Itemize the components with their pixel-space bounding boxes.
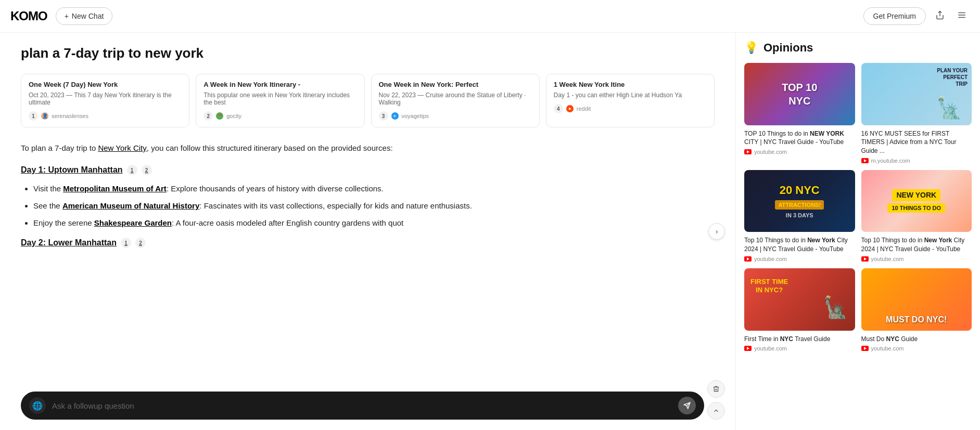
favicon-2: 📍 — [216, 112, 223, 120]
get-premium-button[interactable]: Get Premium — [863, 7, 926, 25]
video-title-4: Top 10 Things to do in New York City 202… — [861, 236, 972, 254]
video-source-6: youtube.com — [861, 345, 972, 351]
header-right: Get Premium — [863, 7, 970, 25]
bullet-shakespeare: Enjoy the serene Shakespeare Garden: A f… — [33, 217, 715, 230]
amnh-link[interactable]: American Museum of Natural History — [62, 201, 199, 210]
opinions-title: Opinions — [763, 41, 813, 55]
logo: KOMO — [10, 9, 47, 23]
thumb-text-3b: ATTRACTIONS! — [775, 200, 824, 210]
bottom-actions — [707, 380, 725, 420]
opinions-header: 💡 Opinions — [744, 41, 972, 55]
thumb-text-3c: IN 3 DAYS — [786, 212, 813, 219]
shakespeare-link[interactable]: Shakespeare Garden — [94, 218, 172, 227]
thumb-text-2: PLAN YOURPERFECTTRIP — [937, 67, 968, 87]
collapse-button[interactable] — [707, 402, 725, 420]
header: KOMO + New Chat Get Premium — [0, 0, 980, 33]
video-title-6: Must Do NYC Guide — [861, 335, 972, 344]
youtube-icon-1 — [744, 149, 752, 154]
day1-ref-2[interactable]: 2 — [142, 165, 152, 175]
bullet-met: Visit the Metropolitan Museum of Art: Ex… — [33, 183, 715, 196]
thumb-bg-6: MUST DO NYC! — [861, 268, 972, 331]
source-footer-3: 3 ✈ voyagetips — [379, 111, 532, 121]
video-source-2: m.youtube.com — [861, 158, 972, 164]
video-source-5: youtube.com — [744, 345, 855, 351]
video-title-1: TOP 10 Things to do in NEW YORK CITY | N… — [744, 129, 855, 147]
main-layout: plan a 7-day trip to new york One Week (… — [0, 33, 980, 430]
answer-intro: To plan a 7-day trip to New York City, y… — [21, 142, 715, 154]
source-excerpt-2: This popular one week in New York itiner… — [203, 92, 357, 106]
thumb-bg-2: PLAN YOURPERFECTTRIP 🗽 — [861, 63, 972, 125]
day1-bullets: Visit the Metropolitan Museum of Art: Ex… — [21, 183, 715, 229]
youtube-icon-2 — [861, 158, 869, 163]
video-source-4: youtube.com — [861, 256, 972, 262]
thumb-bg-3: 20 NYC ATTRACTIONS! IN 3 DAYS — [744, 170, 855, 232]
met-link[interactable]: Metropolitan Museum of Art — [63, 184, 167, 193]
video-source-1: youtube.com — [744, 149, 855, 155]
scroll-right-arrow[interactable]: › — [708, 223, 725, 240]
day2-heading: Day 2: Lower Manhattan 1 2 — [21, 238, 715, 248]
new-chat-label: New Chat — [72, 12, 104, 20]
thumb-text-4b: 10 THINGS TO DO — [887, 203, 945, 213]
youtube-icon-5 — [744, 346, 752, 351]
video-source-3: youtube.com — [744, 256, 855, 262]
thumb-text-6: MUST DO NYC! — [886, 315, 947, 325]
video-card-1[interactable]: TOP 10NYC TOP 10 Things to do in NEW YOR… — [744, 63, 855, 164]
video-title-3: Top 10 Things to do in New York City 202… — [744, 236, 855, 254]
source-excerpt-3: Nov 22, 2023 — Cruise around the Statue … — [379, 92, 532, 106]
day2-ref-1[interactable]: 1 — [121, 238, 131, 248]
bulb-icon: 💡 — [744, 41, 758, 55]
day1-ref-1[interactable]: 1 — [127, 165, 137, 175]
followup-input[interactable] — [52, 401, 672, 410]
statue-emoji-2: 🗽 — [823, 294, 849, 321]
source-excerpt-1: Oct 20, 2023 — This 7 day New York itine… — [29, 92, 182, 106]
delete-button[interactable] — [707, 380, 725, 398]
video-card-3[interactable]: 20 NYC ATTRACTIONS! IN 3 DAYS Top 10 Thi… — [744, 170, 855, 262]
source-num-1: 1 — [29, 111, 38, 121]
thumb-text-3a: 20 NYC — [780, 183, 820, 198]
menu-button[interactable] — [954, 7, 970, 25]
source-domain-3: youtube.com — [754, 256, 787, 262]
source-excerpt-4: Day 1 - you can either High Line at Huds… — [554, 92, 707, 99]
nyc-link[interactable]: New York City — [98, 144, 146, 152]
thumb-text-5: FIRST TIMEIN NYC? — [750, 278, 788, 294]
favicon-4: ● — [566, 105, 574, 112]
new-chat-button[interactable]: + New Chat — [56, 7, 113, 25]
source-footer-2: 2 📍 gocity — [203, 111, 357, 121]
source-domain-6: youtube.com — [871, 345, 904, 351]
day1-heading: Day 1: Uptown Manhattan 1 2 — [21, 165, 715, 175]
source-card-3[interactable]: One Week in New York: Perfect Nov 22, 20… — [371, 74, 540, 127]
thumb-text-4a: NEW YORK — [892, 189, 940, 201]
video-title-2: 16 NYC MUST SEES for FIRST TIMERS | Advi… — [861, 129, 972, 155]
video-card-4[interactable]: NEW YORK 10 THINGS TO DO Top 10 Things t… — [861, 170, 972, 262]
right-panel: 💡 Opinions TOP 10NYC TOP 10 Things to do… — [735, 33, 980, 430]
day2-title: Day 2: Lower Manhattan — [21, 238, 117, 247]
source-num-2: 2 — [203, 111, 213, 121]
day2-ref-2[interactable]: 2 — [135, 238, 146, 248]
bullet-amnh: See the American Museum of Natural Histo… — [33, 200, 715, 213]
source-site-4: reddit — [577, 106, 591, 112]
plus-icon: + — [65, 12, 69, 20]
input-bar: 🌐 — [21, 392, 704, 420]
video-card-6[interactable]: MUST DO NYC! Must Do NYC Guide youtube.c… — [861, 268, 972, 351]
source-domain-5: youtube.com — [754, 345, 787, 351]
query-title: plan a 7-day trip to new york — [21, 45, 715, 61]
send-button[interactable] — [678, 397, 696, 414]
source-title-2: A Week in New York Itinerary - — [203, 81, 357, 88]
video-card-2[interactable]: PLAN YOURPERFECTTRIP 🗽 16 NYC MUST SEES … — [861, 63, 972, 164]
video-thumb-1: TOP 10NYC — [744, 63, 855, 125]
thumb-bg-1: TOP 10NYC — [744, 63, 855, 125]
source-site-2: gocity — [226, 113, 241, 119]
day1-title: Day 1: Uptown Manhattan — [21, 165, 123, 175]
favicon-3: ✈ — [391, 112, 399, 120]
source-domain-4: youtube.com — [871, 256, 904, 262]
video-thumb-2: PLAN YOURPERFECTTRIP 🗽 — [861, 63, 972, 125]
video-card-5[interactable]: FIRST TIMEIN NYC? 🗽 First Time in NYC Tr… — [744, 268, 855, 351]
video-thumb-4: NEW YORK 10 THINGS TO DO — [861, 170, 972, 232]
source-card-4[interactable]: 1 Week New York Itine Day 1 - you can ei… — [546, 74, 715, 127]
share-button[interactable] — [932, 7, 948, 25]
source-card-2[interactable]: A Week in New York Itinerary - This popu… — [196, 74, 364, 127]
source-card-1[interactable]: One Week (7 Day) New York Oct 20, 2023 —… — [21, 74, 189, 127]
favicon-1: 👤 — [41, 112, 48, 120]
source-domain-1: youtube.com — [754, 149, 787, 155]
youtube-icon-4 — [861, 256, 869, 262]
